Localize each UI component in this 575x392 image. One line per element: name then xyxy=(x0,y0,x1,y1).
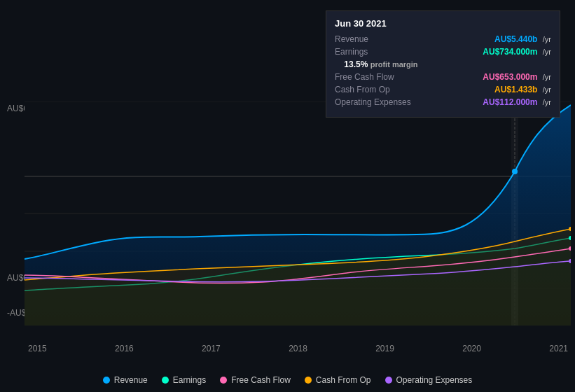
tooltip-cashfromop-label: Cash From Op xyxy=(335,85,390,94)
x-label-2016: 2016 xyxy=(115,344,134,354)
tooltip-cashfromop-value: AU$1.433b /yr xyxy=(494,85,551,94)
x-label-2017: 2017 xyxy=(202,344,221,354)
legend-dot-cashfromop xyxy=(305,377,312,384)
legend-dot-revenue xyxy=(103,377,110,384)
legend-label-opex: Operating Expenses xyxy=(396,375,473,385)
tooltip-revenue-row: Revenue AU$5.440b /yr xyxy=(335,34,551,44)
legend-label-fcf: Free Cash Flow xyxy=(231,375,291,385)
chart-container: Jun 30 2021 Revenue AU$5.440b /yr Earnin… xyxy=(0,0,575,392)
legend-label-cashfromop: Cash From Op xyxy=(316,375,371,385)
legend-dot-fcf xyxy=(220,377,227,384)
legend-item-opex[interactable]: Operating Expenses xyxy=(385,375,473,385)
legend-item-cashfromop[interactable]: Cash From Op xyxy=(305,375,371,385)
tooltip-cashfromop-row: Cash From Op AU$1.433b /yr xyxy=(335,85,551,94)
legend-item-fcf[interactable]: Free Cash Flow xyxy=(220,375,291,385)
legend-item-earnings[interactable]: Earnings xyxy=(162,375,206,385)
legend-item-revenue[interactable]: Revenue xyxy=(103,375,148,385)
svg-point-9 xyxy=(512,169,518,174)
legend-dot-opex xyxy=(385,377,392,384)
legend-dot-earnings xyxy=(162,377,169,384)
chart-svg xyxy=(25,102,571,326)
tooltip-opex-label: Operating Expenses xyxy=(335,97,411,107)
x-label-2019: 2019 xyxy=(375,344,394,354)
svg-rect-8 xyxy=(511,102,518,326)
x-label-2015: 2015 xyxy=(28,344,47,354)
legend-label-revenue: Revenue xyxy=(114,375,148,385)
profit-margin-row: 13.5% profit margin xyxy=(335,59,551,69)
tooltip-fcf-value: AU$653.000m /yr xyxy=(483,72,551,82)
tooltip-earnings-row: Earnings AU$734.000m /yr xyxy=(335,47,551,57)
tooltip-earnings-value: AU$734.000m /yr xyxy=(483,47,551,57)
x-label-2021: 2021 xyxy=(549,344,568,354)
x-label-2018: 2018 xyxy=(289,344,307,354)
chart-legend: Revenue Earnings Free Cash Flow Cash Fro… xyxy=(0,375,575,385)
tooltip-opex-value: AU$112.000m /yr xyxy=(483,97,551,107)
tooltip-box: Jun 30 2021 Revenue AU$5.440b /yr Earnin… xyxy=(326,10,560,118)
legend-label-earnings: Earnings xyxy=(173,375,206,385)
tooltip-date: Jun 30 2021 xyxy=(335,18,551,29)
tooltip-fcf-label: Free Cash Flow xyxy=(335,72,394,82)
tooltip-opex-row: Operating Expenses AU$112.000m /yr xyxy=(335,97,551,107)
tooltip-revenue-value: AU$5.440b /yr xyxy=(494,34,551,44)
tooltip-revenue-label: Revenue xyxy=(335,34,368,44)
tooltip-fcf-row: Free Cash Flow AU$653.000m /yr xyxy=(335,72,551,82)
tooltip-earnings-label: Earnings xyxy=(335,47,368,57)
x-label-2020: 2020 xyxy=(462,344,481,354)
x-axis: 2015 2016 2017 2018 2019 2020 2021 xyxy=(28,344,568,354)
